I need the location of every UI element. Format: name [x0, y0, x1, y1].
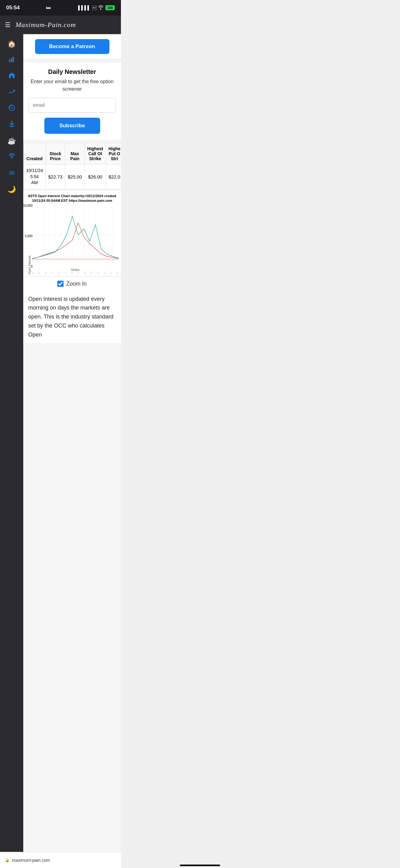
col-created: Created	[24, 143, 46, 164]
col-highest-call: HighestCall OIStrike	[85, 143, 106, 164]
description-text: Open Interest is updated every morning o…	[28, 294, 116, 339]
main-layout: 🏠	[0, 34, 121, 868]
hamburger-icon[interactable]: ☰	[5, 21, 10, 29]
market-icon	[8, 72, 15, 81]
sidebar-item-market[interactable]	[4, 69, 20, 83]
email-icon: ✉	[9, 169, 14, 177]
wifi-icon: 	[92, 5, 104, 10]
cell-created: 10/11/245:54AM	[24, 164, 46, 189]
chart-title: ASTS Open Interest Chart maturity=10/11/…	[25, 194, 120, 203]
table-header-row: Created StockPrice MaxPain HighestCall O…	[24, 143, 121, 164]
bottom-url: maximum-pain.com	[12, 858, 50, 863]
status-time: 05:54	[6, 5, 20, 11]
y-zero-label: 0	[23, 265, 33, 268]
sidebar: 🏠	[0, 34, 23, 868]
sidebar-item-history[interactable]	[4, 102, 20, 116]
bottom-bar: 🔒 maximum-pain.com	[0, 852, 121, 868]
signal-nav-icon	[8, 153, 15, 161]
col-stock-price: StockPrice	[45, 143, 65, 164]
table-row: 10/11/245:54AM $22.73 $25.00 $26.00 $22.…	[24, 164, 121, 189]
status-icons: ▌▌▌▌  100	[78, 5, 115, 10]
sidebar-item-home[interactable]: 🏠	[4, 37, 20, 51]
svg-rect-1	[11, 58, 12, 62]
moon-icon: 🌙	[7, 185, 16, 193]
home-icon: 🏠	[7, 40, 16, 48]
col-highest-put: HighePut OStri	[106, 143, 121, 164]
sidebar-item-email[interactable]: ✉	[4, 166, 20, 180]
y-mid-label: 5,000	[23, 235, 33, 238]
svg-rect-0	[9, 60, 10, 62]
battery-icon: 100	[105, 5, 115, 10]
status-bar: 05:54 🛏 ▌▌▌▌  100	[0, 0, 121, 16]
trend-icon	[8, 88, 15, 97]
chart-section: ASTS Open Interest Chart maturity=10/11/…	[23, 191, 121, 276]
content-area: Become a Patreon Daily Newsletter Enter …	[23, 34, 121, 868]
cell-max-pain: $25.00	[65, 164, 85, 189]
lock-icon: 🔒	[5, 858, 10, 862]
signal-icon: ▌▌▌▌	[78, 5, 91, 10]
newsletter-title: Daily Newsletter	[28, 68, 116, 75]
app-header: ☰ Maximum-Pain.com	[0, 16, 121, 34]
sidebar-item-trend[interactable]	[4, 86, 20, 99]
sleep-icon: 🛏	[46, 5, 51, 10]
sidebar-item-darkmode[interactable]: 🌙	[4, 183, 20, 196]
patreon-section: Become a Patreon	[23, 34, 121, 59]
sidebar-item-charts[interactable]	[4, 53, 20, 67]
y-max-label: 10,000	[23, 204, 33, 207]
subscribe-button[interactable]: Subscribe	[44, 118, 100, 134]
cell-stock-price: $22.73	[45, 164, 65, 189]
charts-icon	[8, 56, 15, 65]
svg-point-6	[11, 156, 12, 158]
cell-highest-call: $26.00	[85, 164, 106, 189]
app-title: Maximum-Pain.com	[15, 21, 76, 29]
download-icon	[8, 120, 15, 129]
cell-highest-put: $22.0	[106, 164, 121, 189]
svg-rect-2	[13, 57, 14, 62]
newsletter-description: Enter your email to get the free option …	[28, 78, 116, 93]
svg-point-5	[11, 126, 12, 127]
sidebar-item-signal[interactable]	[4, 150, 20, 164]
sidebar-item-download[interactable]	[4, 118, 20, 132]
history-icon	[8, 104, 15, 113]
zoom-checkbox[interactable]	[57, 281, 64, 287]
chart-svg	[32, 204, 119, 266]
data-table: Created StockPrice MaxPain HighestCall O…	[23, 143, 121, 189]
description-section: Open Interest is updated every morning o…	[23, 291, 121, 343]
x-axis-label: Strike	[32, 268, 119, 272]
patreon-button[interactable]: Become a Patreon	[35, 39, 109, 54]
sidebar-item-coffee[interactable]: ☕	[4, 134, 20, 148]
data-table-section: Created StockPrice MaxPain HighestCall O…	[23, 143, 121, 189]
zoom-section: Zoom In	[23, 277, 121, 291]
chart-wrapper: Open Interest 10,000 5,000 0	[25, 204, 120, 274]
col-max-pain: MaxPain	[65, 143, 85, 164]
svg-rect-3	[11, 76, 13, 78]
coffee-icon: ☕	[7, 137, 16, 145]
newsletter-section: Daily Newsletter Enter your email to get…	[23, 62, 121, 140]
zoom-label: Zoom In	[66, 281, 87, 287]
email-input[interactable]	[28, 98, 116, 113]
